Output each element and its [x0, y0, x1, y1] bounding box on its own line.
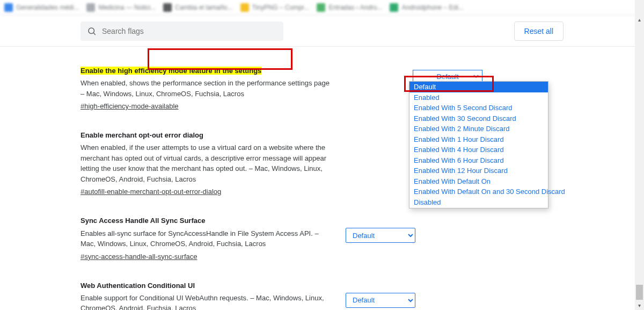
svg-point-0	[89, 28, 94, 34]
flag-title: Sync Access Handle All Sync Surface	[80, 216, 333, 226]
svg-line-1	[93, 33, 95, 34]
dropdown-option[interactable]: Enabled With 6 Hour Discard	[409, 155, 548, 166]
flag-description: Enable support for Conditional UI WebAut…	[80, 293, 333, 310]
bookmark-favicon-icon	[4, 3, 13, 12]
flag-state-dropdown[interactable]: Default Enabled Enabled With 5 Second Di…	[409, 81, 548, 208]
dropdown-option[interactable]: Disabled	[409, 197, 548, 208]
bookmark-item[interactable]: TinyPNG – Compr...	[240, 3, 310, 12]
flag-description: When enabled, shows the performance sect…	[80, 78, 333, 99]
bookmark-item[interactable]: Androidphone – Edi...	[390, 3, 463, 12]
reset-all-button[interactable]: Reset all	[514, 21, 564, 41]
flag-anchor-link[interactable]: #autofill-enable-merchant-opt-out-error-…	[80, 188, 221, 196]
flag-title: Enable the high efficiency mode feature …	[80, 66, 333, 76]
search-icon	[87, 26, 97, 36]
flag-title: Enable merchant opt-out error dialog	[80, 131, 333, 140]
bookmark-label: TinyPNG – Compr...	[252, 4, 310, 11]
dropdown-option[interactable]: Enabled With 30 Second Discard	[409, 113, 548, 124]
bookmark-label: Entradas ‹ Andro...	[328, 4, 382, 11]
flag-description: Enables all-sync surface for SyncAccessH…	[80, 228, 333, 249]
bookmark-favicon-icon	[390, 3, 398, 12]
bookmarks-bar: Generalidades médi... Medicina — Notici.…	[0, 0, 644, 15]
select-value: Default	[436, 73, 458, 81]
dropdown-option[interactable]: Default	[409, 82, 548, 92]
search-flags-field[interactable]	[80, 21, 283, 41]
scroll-down-arrow-icon[interactable]: ▾	[635, 301, 644, 310]
vertical-scrollbar[interactable]: ▴ ▾	[635, 0, 644, 310]
dropdown-option[interactable]: Enabled With 5 Second Discard	[409, 103, 548, 113]
bookmark-label: Androidphone – Edi...	[401, 4, 463, 11]
bookmark-label: Generalidades médi...	[16, 4, 79, 11]
flag-anchor-link[interactable]: #sync-access-handle-all-sync-surface	[80, 253, 197, 261]
flag-title: Web Authentication Conditional UI	[80, 281, 333, 291]
bookmark-item[interactable]: Generalidades médi...	[4, 3, 79, 12]
flag-anchor-link[interactable]: #high-efficiency-mode-available	[80, 102, 179, 110]
flag-description: When enabled, if the user attempts to us…	[80, 142, 333, 184]
bookmark-label: Medicina — Notici...	[98, 4, 156, 11]
dropdown-option[interactable]: Enabled With 12 Hour Discard	[409, 165, 548, 176]
bookmark-item[interactable]: Entradas ‹ Andro...	[317, 3, 382, 12]
flag-row: Sync Access Handle All Sync Surface Enab…	[80, 207, 564, 272]
bookmark-favicon-icon	[86, 3, 95, 12]
bookmark-label: Cambia el tamaño...	[175, 4, 232, 11]
flags-toolbar: Reset all	[0, 15, 644, 47]
flag-row: Web Authentication Conditional UI Enable…	[80, 272, 564, 310]
bookmark-item[interactable]: Medicina — Notici...	[86, 3, 156, 12]
bookmark-item[interactable]: Cambia el tamaño...	[163, 3, 232, 12]
bookmark-favicon-icon	[163, 3, 172, 12]
flag-state-select[interactable]: Default	[346, 228, 415, 243]
dropdown-option[interactable]: Enabled With 4 Hour Discard	[409, 145, 548, 155]
flag-state-select[interactable]: Default	[346, 293, 415, 308]
bookmark-favicon-icon	[240, 3, 249, 12]
bookmark-favicon-icon	[317, 3, 325, 12]
dropdown-option[interactable]: Enabled With 1 Hour Discard	[409, 134, 548, 145]
chevron-down-icon	[473, 73, 479, 81]
search-input[interactable]	[102, 27, 277, 35]
scrollbar-thumb[interactable]	[636, 285, 643, 300]
dropdown-option[interactable]: Enabled With Default On	[409, 176, 548, 187]
dropdown-option[interactable]: Enabled With 2 Minute Discard	[409, 124, 548, 134]
dropdown-option[interactable]: Enabled	[409, 92, 548, 103]
scroll-up-arrow-icon[interactable]: ▴	[635, 15, 644, 24]
dropdown-option[interactable]: Enabled With Default On and 30 Second Di…	[409, 186, 548, 197]
